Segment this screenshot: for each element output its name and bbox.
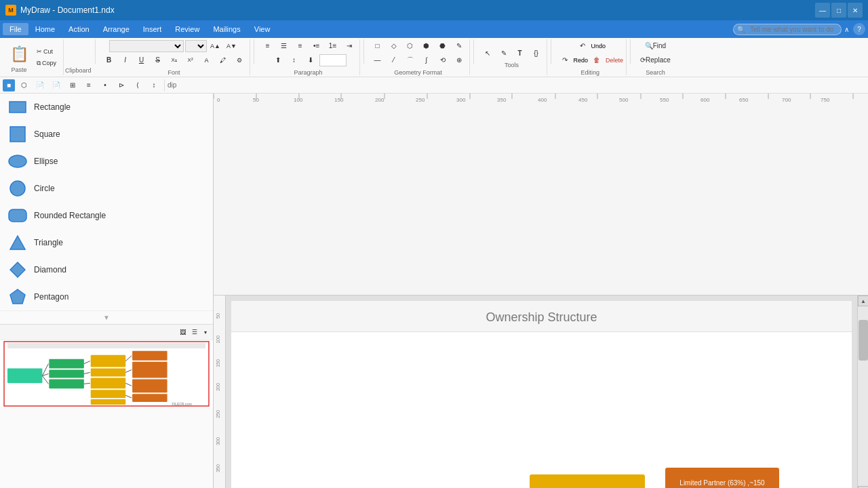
find-button[interactable]: 🔍 Find: [642, 39, 669, 53]
line-btn4[interactable]: ∫: [419, 54, 434, 67]
subscript-button[interactable]: X₂: [167, 54, 182, 67]
align-right-button[interactable]: ≡: [293, 39, 308, 53]
help-button[interactable]: ?: [853, 23, 865, 35]
minimize-button[interactable]: —: [815, 3, 830, 18]
shape-ellipse[interactable]: Ellipse: [0, 148, 213, 175]
menu-home[interactable]: Home: [28, 23, 62, 35]
svg-text:450: 450: [578, 97, 588, 103]
diagram-canvas[interactable]: Ownership Structure: [226, 296, 857, 488]
vertical-scrollbar[interactable]: ▲ ▼: [857, 296, 868, 488]
menu-file[interactable]: File: [3, 23, 28, 35]
indent-button[interactable]: ⇥: [342, 39, 357, 53]
decrease-font-button[interactable]: A▼: [224, 39, 239, 53]
shape-diamond[interactable]: Diamond: [0, 256, 213, 283]
shape-triangle[interactable]: Triangle: [0, 229, 213, 256]
underline-button[interactable]: U: [134, 54, 149, 67]
menu-action[interactable]: Action: [62, 23, 96, 35]
toolbar: 📋 Paste ✂ Cut ⧉ Copy Clipboard A▲: [0, 38, 868, 77]
line-btn6[interactable]: ⊕: [452, 54, 467, 67]
font-color-button[interactable]: A: [199, 54, 214, 67]
toolbar-icon7[interactable]: •: [98, 79, 113, 92]
toolbar-icon10[interactable]: ↕: [146, 79, 161, 92]
scroll-track[interactable]: [858, 306, 868, 486]
shape-circle[interactable]: Circle: [0, 175, 213, 202]
highlight-button[interactable]: 🖍: [216, 54, 231, 67]
diagram-area: High-Rev Cola, LP a Delaware limited par…: [231, 332, 852, 488]
list-button[interactable]: •≡: [309, 39, 324, 53]
edit-tool[interactable]: ✎: [496, 46, 511, 60]
cut-button[interactable]: ✂ Cut: [34, 46, 59, 57]
scroll-up-button[interactable]: ▲: [858, 296, 868, 306]
svg-line-26: [84, 361, 90, 364]
geo-btn6[interactable]: ✎: [452, 39, 467, 53]
geo-btn2[interactable]: ◇: [387, 39, 401, 53]
numbered-list-button[interactable]: 1≡: [326, 39, 340, 53]
ribbon-expand-button[interactable]: ∧: [844, 26, 849, 33]
geo-btn4[interactable]: ⬢: [419, 39, 434, 53]
toolbar-icon6[interactable]: ≡: [81, 79, 96, 92]
shape-pentagon[interactable]: Pentagon: [0, 283, 213, 310]
shape-square[interactable]: Square: [0, 121, 213, 148]
align-top-button[interactable]: ⬆: [271, 54, 285, 67]
content-area: Rectangle Square Ellipse Circle Rounded …: [0, 94, 868, 488]
toolbar-icon9[interactable]: ⟨: [130, 79, 145, 92]
thumb-btn2[interactable]: ☰: [189, 326, 201, 338]
text-tool[interactable]: T: [513, 46, 528, 60]
toolbar-icon4[interactable]: 📄: [49, 79, 64, 92]
line-btn2[interactable]: ∕: [387, 54, 401, 67]
tool4[interactable]: {}: [529, 46, 544, 60]
superscript-button[interactable]: X²: [183, 54, 198, 67]
align-left-button[interactable]: ≡: [260, 39, 275, 53]
geo-btn1[interactable]: □: [370, 39, 385, 53]
svg-rect-19: [132, 351, 167, 361]
geo-btn3[interactable]: ⬡: [403, 39, 418, 53]
svg-text:200: 200: [216, 383, 220, 391]
align-center-button[interactable]: ☰: [277, 39, 292, 53]
shape-rounded-rect[interactable]: Rounded Rectangle: [0, 202, 213, 229]
replace-button[interactable]: ⟳ Replace: [637, 54, 674, 67]
line-btn3[interactable]: ⌒: [403, 54, 418, 67]
search-wrap: 🔍: [733, 24, 842, 35]
menu-insert[interactable]: Insert: [136, 23, 169, 35]
thumb-dropdown[interactable]: ▾: [201, 326, 210, 338]
search-input[interactable]: [733, 24, 842, 35]
tools-row1: ↖ ✎ T {}: [480, 46, 544, 60]
svg-rect-12: [49, 370, 83, 378]
line-btn1[interactable]: —: [370, 54, 385, 67]
geo-btn5[interactable]: ⬣: [435, 39, 450, 53]
align-mid-button[interactable]: ↕: [287, 54, 302, 67]
font-selector[interactable]: [109, 40, 184, 52]
svg-rect-22: [132, 394, 167, 402]
delete-button[interactable]: 🗑: [589, 54, 604, 67]
menu-view[interactable]: View: [248, 23, 277, 35]
thumb-btn1[interactable]: 🖼: [176, 326, 189, 338]
italic-button[interactable]: I: [118, 54, 133, 67]
menu-arrange[interactable]: Arrange: [96, 23, 136, 35]
shape-rectangle[interactable]: Rectangle: [0, 94, 213, 121]
font-extra-button[interactable]: ⚙: [232, 54, 247, 67]
strikethrough-button[interactable]: S: [151, 54, 165, 67]
toolbar-icon8[interactable]: ⊳: [114, 79, 129, 92]
svg-text:150: 150: [334, 97, 344, 103]
redo-button[interactable]: ↷: [557, 54, 572, 67]
toolbar-icon3[interactable]: 📄: [33, 79, 47, 92]
color-box[interactable]: [319, 54, 347, 66]
undo-button[interactable]: ↶: [575, 39, 590, 53]
font-size-selector[interactable]: [185, 40, 207, 52]
menu-review[interactable]: Review: [168, 23, 206, 35]
align-bottom-button[interactable]: ⬇: [303, 54, 318, 67]
menu-mailings[interactable]: Mailings: [206, 23, 247, 35]
tools-group: ↖ ✎ T {} Tools: [477, 39, 547, 75]
maximize-button[interactable]: □: [831, 3, 846, 18]
toolbar-icon1[interactable]: ■: [3, 79, 15, 92]
paste-button[interactable]: 📋: [7, 42, 31, 66]
close-button[interactable]: ✕: [848, 3, 863, 18]
copy-button[interactable]: ⧉ Copy: [34, 58, 59, 68]
toolbar-icon5[interactable]: ⊞: [65, 79, 80, 92]
increase-font-button[interactable]: A▲: [208, 39, 223, 53]
toolbar-icon2[interactable]: ⬡: [16, 79, 31, 92]
scroll-thumb[interactable]: [859, 320, 868, 361]
bold-button[interactable]: B: [102, 54, 117, 67]
select-tool[interactable]: ↖: [480, 46, 495, 60]
line-btn5[interactable]: ⟲: [435, 54, 450, 67]
